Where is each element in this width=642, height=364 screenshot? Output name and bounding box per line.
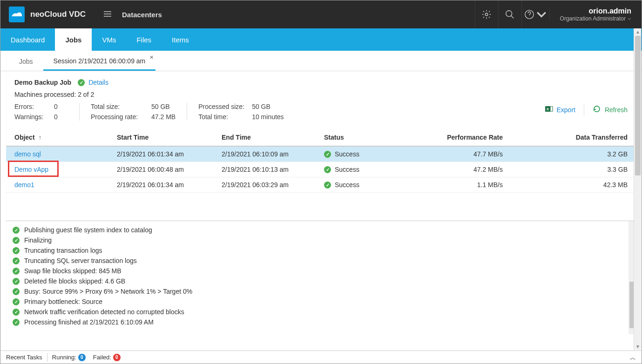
product-logo-icon [9,7,25,22]
col-status[interactable]: Status [316,129,409,146]
success-icon [13,237,20,244]
help-icon [524,9,534,20]
failed-label: Failed: [93,354,111,361]
log-line: Primary bottleneck: Source [13,297,629,307]
warnings-value: 0 [54,113,68,121]
scroll-up-icon[interactable]: ▲ [635,29,640,34]
user-name: orion.admin [560,7,631,15]
main-scrollbar[interactable]: ▲ ▼ [634,28,641,350]
gear-icon [481,9,492,20]
export-button[interactable]: X Export [545,103,575,116]
success-icon [13,247,20,254]
col-end-time[interactable]: End Time [213,129,316,146]
sub-tab-jobs[interactable]: Jobs [9,53,43,71]
cell-start: 2/19/2021 06:01:34 am [108,146,213,162]
nav-dashboard[interactable]: Dashboard [0,28,55,51]
scrollbar-thumb[interactable] [635,36,641,175]
success-icon [13,288,20,295]
help-button[interactable] [521,0,549,28]
sub-tab-session-label: Session 2/19/2021 06:00:09 am [54,57,146,65]
details-label: Details [88,79,108,86]
nav-items[interactable]: Items [162,28,199,51]
footer-separator [47,353,47,362]
cell-end: 2/19/2021 06:10:13 am [213,162,316,177]
table-row[interactable]: demo1 2/19/2021 06:01:34 am 2/19/2021 06… [6,177,636,193]
refresh-icon [593,105,601,115]
scroll-down-icon[interactable]: ▼ [635,344,640,349]
cell-data: 3.2 GB [511,146,636,162]
success-icon [13,278,20,285]
processed-size-label: Processed size: [198,103,252,110]
expand-footer-icon[interactable]: ︽ [630,353,636,362]
total-time-label: Total time: [198,113,252,121]
svg-text:X: X [546,107,549,111]
refresh-button[interactable]: Refresh [593,103,628,116]
table-row[interactable]: Demo vApp 2/19/2021 06:00:48 am 2/19/202… [6,162,636,177]
log-line: Finalizing [13,235,629,245]
object-link[interactable]: Demo vApp [14,166,48,173]
processing-rate-value: 47.2 MB [151,113,176,121]
errors-value: 0 [54,103,68,110]
actions-right: X Export Refresh [545,103,628,116]
refresh-label: Refresh [605,106,628,114]
datacenters-link[interactable]: Datacenters [122,11,162,19]
total-size-label: Total size: [91,103,151,110]
col-object[interactable]: Object↑ [6,129,108,146]
user-menu[interactable]: orion.admin Organization Administrator [549,7,642,22]
export-label: Export [557,106,575,114]
col-perf-rate[interactable]: Performance Rate [409,129,511,146]
search-icon [505,9,515,20]
nav-jobs[interactable]: Jobs [55,28,92,51]
footer-bar: Recent Tasks Running: 0 Failed: 0 ︽ [0,351,642,364]
success-icon [13,268,20,275]
stats-group-1: Errors:0 Warnings:0 [14,103,79,121]
success-icon [324,182,331,189]
success-icon [324,151,331,158]
header-icons: orion.admin Organization Administrator [475,0,642,28]
object-link[interactable]: demo1 [14,181,34,189]
settings-button[interactable] [475,0,498,28]
hamburger-icon[interactable] [102,9,113,20]
running-badge: 0 [78,354,86,361]
close-tab-icon[interactable]: ✕ [149,54,154,61]
table-row[interactable]: demo sql 2/19/2021 06:01:34 am 2/19/2021… [6,146,636,162]
log-line: Truncating transaction logs [13,245,629,256]
col-start-time[interactable]: Start Time [108,129,213,146]
nav-vms[interactable]: VMs [92,28,126,51]
table-header-row: Object↑ Start Time End Time Status Perfo… [6,129,636,146]
cell-status: Success [324,150,400,158]
objects-table: Object↑ Start Time End Time Status Perfo… [6,129,636,193]
user-role: Organization Administrator [560,15,631,22]
stats-group-3: Processed size:50 GB Total time:10 minut… [187,103,295,121]
cell-end: 2/19/2021 06:03:29 am [213,177,316,193]
cell-start: 2/19/2021 06:00:48 am [108,162,213,177]
logo-area: neoCloud VDC [0,7,94,22]
product-name: neoCloud VDC [30,10,86,19]
cell-start: 2/19/2021 06:01:34 am [108,177,213,193]
warnings-label: Warnings: [14,113,54,121]
cell-status: Success [324,166,400,173]
cell-status: Success [324,181,400,189]
details-link[interactable]: Details [78,79,108,86]
log-line: Publishing guest file system index to ca… [13,225,629,235]
success-icon [13,227,20,234]
recent-tasks-label[interactable]: Recent Tasks [6,354,42,361]
col-data-trans[interactable]: Data Transferred [511,129,636,146]
job-name: Demo Backup Job [14,79,71,86]
chevron-down-icon [536,9,547,20]
success-icon [13,309,20,316]
excel-icon: X [545,105,553,115]
svg-rect-5 [550,107,553,111]
running-label: Running: [52,354,76,361]
cell-rate: 47.7 MB/s [409,146,511,162]
failed-badge: 0 [113,354,121,361]
search-button[interactable] [498,0,521,28]
chevron-down-icon [628,18,631,20]
object-link[interactable]: demo sql [14,150,41,158]
log-line: Processing finished at 2/19/2021 6:10:09… [13,317,629,327]
sub-tab-session[interactable]: Session 2/19/2021 06:00:09 am ✕ [43,53,156,71]
success-icon [13,298,20,305]
nav-files[interactable]: Files [126,28,162,51]
action-separator [584,104,584,115]
nav-bar: Dashboard Jobs VMs Files Items [0,28,642,51]
